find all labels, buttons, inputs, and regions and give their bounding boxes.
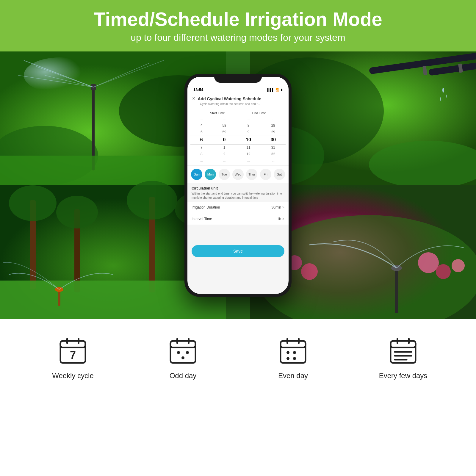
svg-point-43	[436, 264, 451, 279]
time-val: ...	[272, 116, 275, 122]
time-val: 58	[222, 123, 226, 129]
page-title: Timed/Schedule Irrigation Mode	[12, 9, 464, 30]
app-header: × Add Cyclical Watering Schedule Cycle w…	[187, 93, 289, 108]
svg-rect-69	[397, 338, 398, 344]
svg-point-42	[418, 252, 439, 273]
status-time: 13:54	[193, 87, 203, 92]
svg-point-44	[452, 259, 465, 272]
irrigation-duration-row[interactable]: Irrigation Duration 30min >	[187, 202, 289, 213]
page-subtitle: up to four different watering modes for …	[12, 32, 464, 43]
svg-rect-45	[395, 269, 398, 313]
svg-point-64	[293, 351, 296, 354]
photo-area: 13:54 ▌▌▌ 📶 ▮ × Add Cyclical Watering Sc…	[0, 51, 476, 319]
odd-day-item: Odd day	[153, 334, 213, 380]
svg-rect-52	[170, 341, 195, 363]
signal-icon: ▌▌▌	[267, 88, 274, 92]
every-few-days-icon	[387, 334, 419, 367]
time-val: ...	[223, 158, 226, 164]
phone-mockup: 13:54 ▌▌▌ 📶 ▮ × Add Cyclical Watering Sc…	[184, 74, 292, 297]
day-sat[interactable]: Sat	[274, 169, 285, 180]
phone-notch	[214, 74, 262, 83]
phone-body: 13:54 ▌▌▌ 📶 ▮ × Add Cyclical Watering Sc…	[184, 74, 292, 297]
svg-point-65	[286, 357, 289, 360]
phone-screen: 13:54 ▌▌▌ 📶 ▮ × Add Cyclical Watering Sc…	[187, 77, 289, 294]
svg-point-31	[127, 181, 177, 220]
time-val: 12	[246, 151, 250, 157]
odd-day-icon	[167, 334, 199, 367]
weekly-cycle-item: 7 Weekly cycle	[43, 334, 103, 380]
svg-point-29	[9, 185, 57, 221]
irrigation-duration-value: 30min >	[271, 205, 284, 209]
save-button[interactable]: Save	[192, 245, 284, 257]
svg-point-56	[177, 351, 180, 354]
close-button[interactable]: ×	[192, 95, 195, 102]
chevron-right-icon: >	[282, 217, 284, 221]
time-picker-labels: Start Time End Time	[187, 110, 289, 116]
day-thur[interactable]: Thur	[246, 169, 257, 180]
day-wed[interactable]: Wed	[232, 169, 244, 180]
svg-point-63	[286, 351, 289, 354]
gray-spacer	[187, 225, 289, 243]
even-day-label: Even day	[278, 372, 308, 380]
circulation-desc: Within the start and end time, you can s…	[192, 192, 284, 200]
time-val: 11	[246, 145, 250, 151]
svg-rect-70	[408, 338, 410, 344]
bottom-section: 7 Weekly cycle Odd day	[0, 319, 476, 420]
circulation-title: Circulation unit	[192, 186, 284, 190]
time-val: 7	[201, 145, 203, 151]
day-sun[interactable]: Sun	[191, 169, 202, 180]
status-icons: ▌▌▌ 📶 ▮	[267, 88, 283, 92]
svg-rect-34	[58, 291, 60, 306]
day-fri[interactable]: Fri	[260, 169, 271, 180]
every-few-days-label: Every few days	[379, 372, 428, 380]
time-val: 32	[271, 151, 275, 157]
svg-rect-49	[66, 338, 68, 344]
svg-rect-53	[170, 341, 195, 347]
time-val: ...	[223, 116, 226, 122]
even-day-icon	[277, 334, 309, 367]
day-mon[interactable]: Mon	[205, 169, 216, 180]
time-val: 28	[271, 123, 275, 129]
time-val: 29	[271, 129, 275, 135]
svg-rect-60	[281, 341, 306, 347]
svg-rect-68	[391, 341, 416, 347]
time-val: 8	[201, 151, 203, 157]
time-val: ...	[247, 116, 250, 122]
irrigation-duration-label: Irrigation Duration	[192, 205, 220, 209]
svg-point-11	[24, 57, 95, 93]
time-val: 9	[248, 129, 250, 135]
every-few-days-item: Every few days	[373, 334, 433, 380]
battery-icon: ▮	[281, 88, 283, 92]
svg-rect-48	[60, 341, 85, 347]
interval-time-value: 1h >	[277, 217, 284, 221]
svg-point-18	[446, 95, 447, 98]
svg-point-19	[440, 97, 441, 101]
time-val: ...	[200, 116, 203, 122]
svg-rect-54	[176, 338, 178, 344]
weekly-cycle-icon: 7	[57, 334, 89, 367]
time-val: 1	[223, 145, 226, 151]
chevron-right-icon: >	[282, 205, 284, 209]
svg-rect-55	[188, 338, 190, 344]
time-val: ...	[247, 158, 250, 164]
app-subtitle: Cycle watering within the set start and …	[200, 102, 284, 106]
day-tue[interactable]: Tue	[219, 169, 230, 180]
time-val: ...	[272, 158, 275, 164]
time-val: 5	[201, 129, 203, 135]
time-val: 2	[223, 151, 226, 157]
time-picker-columns: ... 4 5 6 7 8 ... ... 58 59	[187, 116, 289, 164]
time-val: ...	[200, 158, 203, 164]
time-picker[interactable]: Start Time End Time ... 4 5 6 7 8	[187, 108, 289, 165]
svg-point-66	[293, 357, 296, 360]
svg-rect-61	[286, 338, 288, 344]
interval-time-label: Interval Time	[192, 217, 212, 221]
svg-point-57	[186, 351, 189, 354]
svg-rect-62	[298, 338, 300, 344]
weekly-cycle-label: Weekly cycle	[52, 372, 94, 380]
interval-time-row[interactable]: Interval Time 1h >	[187, 213, 289, 225]
even-day-item: Even day	[263, 334, 323, 380]
svg-point-58	[181, 356, 184, 359]
start-time-label: Start Time	[210, 111, 225, 115]
svg-point-30	[56, 196, 98, 228]
time-val: 8	[248, 123, 250, 129]
